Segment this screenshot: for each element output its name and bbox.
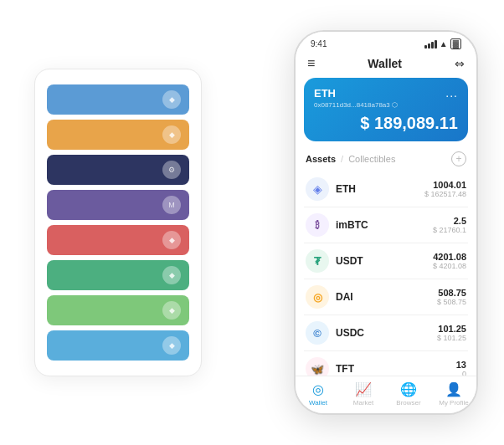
profile-nav-icon: 👤 — [445, 381, 462, 397]
wifi-icon: ▲ — [440, 39, 448, 49]
asset-name-usdc: USDC — [336, 327, 437, 339]
eth-card-header: ETH ... — [314, 86, 458, 100]
card-item: M — [47, 190, 189, 220]
dai-icon: ◎ — [306, 285, 329, 309]
tft-amount: 13 — [456, 360, 466, 370]
imbtc-amount: 2.5 — [433, 216, 466, 226]
asset-name-tft: TFT — [336, 363, 456, 375]
card-dot: ◆ — [162, 231, 181, 249]
phone-header: ≡ Wallet ⇔ — [296, 53, 476, 78]
asset-list: ◈ ETH 1004.01 $ 162517.48 ₿ imBTC 2.5 $ … — [296, 171, 476, 376]
eth-dots-menu[interactable]: ... — [445, 86, 458, 100]
asset-item-usdt[interactable]: ₮ USDT 4201.08 $ 4201.08 — [304, 243, 468, 279]
expand-icon[interactable]: ⇔ — [455, 57, 465, 70]
add-asset-button[interactable]: + — [451, 151, 466, 166]
signal-icon — [424, 40, 437, 49]
asset-name-imbtc: imBTC — [336, 219, 433, 231]
wallet-title: Wallet — [368, 57, 402, 70]
eth-icon: ◈ — [306, 177, 329, 201]
imbtc-icon: ₿ — [306, 213, 329, 237]
status-icons: ▲ ▓ — [424, 38, 461, 49]
card-dot: ◆ — [162, 90, 181, 109]
dai-usd: $ 508.75 — [437, 298, 466, 306]
nav-wallet[interactable]: ◎ Wallet — [296, 381, 341, 407]
browser-nav-label: Browser — [396, 399, 420, 407]
bottom-nav: ◎ Wallet 📈 Market 🌐 Browser 👤 My Profile — [296, 376, 476, 413]
card-item: ◆ — [47, 260, 189, 290]
card-item: ⚙ — [47, 155, 189, 185]
status-time: 9:41 — [311, 39, 327, 49]
asset-item-eth[interactable]: ◈ ETH 1004.01 $ 162517.48 — [304, 171, 468, 207]
status-bar: 9:41 ▲ ▓ — [296, 32, 476, 53]
eth-label: ETH — [314, 87, 336, 100]
market-nav-label: Market — [353, 399, 373, 407]
asset-values-eth: 1004.01 $ 162517.48 — [424, 180, 466, 198]
card-stack: ◆ ◆ ⚙ M ◆ ◆ ◆ ◆ — [34, 69, 202, 376]
card-dot: M — [162, 196, 181, 214]
usdt-usd: $ 4201.08 — [433, 262, 466, 270]
tabs-left: Assets / Collectibles — [306, 154, 395, 164]
card-item: ◆ — [47, 225, 189, 255]
asset-name-usdt: USDT — [336, 255, 433, 267]
asset-name-dai: DAI — [336, 291, 437, 303]
tab-collectibles[interactable]: Collectibles — [348, 154, 395, 164]
eth-balance: $ 189,089.11 — [314, 114, 458, 133]
asset-item-tft[interactable]: 🦋 TFT 13 0 — [304, 351, 468, 376]
usdc-icon: © — [306, 321, 329, 345]
asset-item-usdc[interactable]: © USDC 101.25 $ 101.25 — [304, 315, 468, 351]
nav-browser[interactable]: 🌐 Browser — [386, 381, 431, 407]
asset-values-imbtc: 2.5 $ 21760.1 — [433, 216, 466, 234]
usdt-amount: 4201.08 — [433, 252, 466, 262]
tab-divider: / — [341, 154, 343, 164]
battery-icon: ▓ — [450, 38, 461, 49]
tft-icon: 🦋 — [306, 357, 329, 376]
card-dot: ◆ — [162, 266, 181, 284]
asset-name-eth: ETH — [336, 183, 424, 195]
profile-nav-label: My Profile — [439, 399, 469, 407]
nav-market[interactable]: 📈 Market — [341, 381, 386, 407]
wallet-nav-icon: ◎ — [312, 381, 324, 397]
asset-values-tft: 13 0 — [456, 360, 466, 376]
usdc-amount: 101.25 — [437, 324, 466, 334]
eth-address: 0x08711d3d...8418a78a3 ⬡ — [314, 101, 458, 109]
card-dot: ◆ — [162, 336, 181, 355]
card-dot: ⚙ — [162, 161, 181, 179]
eth-amount: 1004.01 — [424, 180, 466, 190]
asset-values-dai: 508.75 $ 508.75 — [437, 288, 466, 306]
card-item: ◆ — [47, 84, 189, 115]
menu-icon[interactable]: ≡ — [307, 56, 315, 71]
phone-mockup: 9:41 ▲ ▓ ≡ Wallet ⇔ ETH ... — [294, 30, 478, 415]
wallet-nav-label: Wallet — [309, 399, 327, 407]
market-nav-icon: 📈 — [355, 381, 372, 397]
dai-amount: 508.75 — [437, 288, 466, 298]
tft-usd: 0 — [456, 370, 466, 376]
card-item: ◆ — [47, 295, 189, 325]
usdc-usd: $ 101.25 — [437, 334, 466, 342]
usdt-icon: ₮ — [306, 249, 329, 273]
scene: ◆ ◆ ⚙ M ◆ ◆ ◆ ◆ 9:41 ▲ ▓ ≡ — [9, 9, 495, 436]
imbtc-usd: $ 21760.1 — [433, 226, 466, 234]
asset-values-usdt: 4201.08 $ 4201.08 — [433, 252, 466, 270]
eth-card[interactable]: ETH ... 0x08711d3d...8418a78a3 ⬡ $ 189,0… — [304, 78, 468, 141]
card-dot: ◆ — [162, 301, 181, 320]
card-item: ◆ — [47, 120, 189, 150]
asset-values-usdc: 101.25 $ 101.25 — [437, 324, 466, 342]
asset-item-imbtc[interactable]: ₿ imBTC 2.5 $ 21760.1 — [304, 207, 468, 243]
asset-item-dai[interactable]: ◎ DAI 508.75 $ 508.75 — [304, 279, 468, 315]
tab-assets[interactable]: Assets — [306, 154, 336, 164]
card-dot: ◆ — [162, 125, 181, 144]
card-item: ◆ — [47, 330, 189, 361]
browser-nav-icon: 🌐 — [400, 381, 417, 397]
nav-profile[interactable]: 👤 My Profile — [431, 381, 476, 407]
eth-usd: $ 162517.48 — [424, 190, 466, 198]
assets-tabs: Assets / Collectibles + — [296, 148, 476, 171]
